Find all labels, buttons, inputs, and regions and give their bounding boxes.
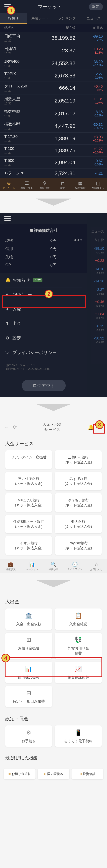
market-row[interactable]: JR指40011:30 24,552.82 -36.20+0.15% — [0, 57, 107, 70]
back-icon[interactable]: ← — [4, 424, 9, 430]
tab-news[interactable]: ニュース — [80, 13, 107, 24]
order-icon: ⇄ — [54, 181, 71, 186]
wallet-icon: 💼 — [0, 562, 22, 567]
recent-item[interactable]: ⊕投資信託 — [72, 769, 103, 779]
nav-assets[interactable]: 💼資産状況 — [0, 562, 22, 571]
bank-card[interactable]: 住信SBIネット銀行 (ネット振込入金) — [5, 515, 52, 533]
callout-1: 1 — [7, 6, 15, 15]
nav-market[interactable]: 📊マーケット — [22, 562, 43, 571]
bank-card[interactable]: リアルタイム口座振替 — [5, 451, 52, 469]
nav-list[interactable]: ☰銘柄リスト — [18, 181, 36, 190]
market-row[interactable]: T-10011:30 1,839.75 +1.27+0.07% — [0, 145, 107, 156]
transfer-card[interactable]: 📋入出金確認 — [55, 609, 102, 630]
screen-deposit-services: ← ⟳ 入金・出金 サービス 🔔 ☰ 3 入金サービス リアルタイム口座振替三菱… — [0, 418, 107, 573]
page-title: マーケット — [11, 4, 89, 10]
recent-item[interactable]: ⊕国内現物株 — [38, 769, 70, 779]
transfer-card[interactable]: ⊟特定・一般口座振替 — [5, 686, 52, 707]
arrow-down-icon — [36, 404, 71, 411]
card-icon: 📈 — [57, 665, 100, 673]
settings-card[interactable]: ⚙お手続き — [5, 725, 52, 747]
arrow-down-icon — [36, 580, 71, 587]
transfer-card[interactable]: 📈投資信託振替 — [55, 662, 102, 683]
market-row[interactable]: 指数中型11:30 2,817.12 -8.15-0.29% — [0, 107, 107, 120]
menu-icon: 🔔 — [5, 278, 12, 283]
recent-item[interactable]: ⊕お預り金振替 — [4, 769, 35, 779]
tab-indices[interactable]: 指標リ — [0, 13, 27, 24]
card-icon: 🏦 — [7, 612, 50, 620]
bottom-nav: 💼資産状況 📊マーケット 🔍銘柄検索 🕘タイムライン ☆お気に入り — [0, 559, 107, 573]
bank-card[interactable]: ゆうちょ銀行 (ネット振込入金) — [55, 493, 102, 512]
recent-row: ⊕お預り金振替⊕国内現物株⊕投資信託 — [0, 766, 107, 782]
market-row[interactable]: TOPIX11:30 2,678.53 -2.27-0.08% — [0, 70, 107, 82]
bottom-nav: ⊕マーケット ☰銘柄リスト ⚲銘柄検索 ⇄注文 ▦保有/履歴 ◫先物リスト — [0, 178, 107, 191]
section-title: 入出金 — [5, 599, 102, 605]
card-icon: 📱 — [57, 729, 100, 737]
market-row[interactable]: T-17.3011:30 1,389.19 +3.03+0.22% — [0, 132, 107, 145]
tab-fx[interactable]: 為替レート — [27, 13, 54, 24]
menu-icon: 🛡 — [5, 350, 12, 355]
settings-card[interactable]: 📱らくらく電子契約 — [55, 725, 102, 747]
menu-icon: ◈ — [5, 292, 12, 297]
market-row[interactable]: 指数小型11:30 4,447.90 -30.32-0.68% — [0, 120, 107, 132]
market-row[interactable]: 日経平均11:30 38,199.52 -89.10-0.23% — [0, 32, 107, 44]
star-icon: ☆ — [85, 562, 107, 567]
nav-futures[interactable]: ◫先物リスト — [89, 181, 107, 190]
settings-section: 設定・照会 ⚙お手続き📱らくらく電子契約 — [0, 711, 107, 751]
plus-icon: ⊕ — [44, 772, 46, 776]
callout-4: 4 — [1, 654, 10, 662]
card-icon: 📊 — [7, 665, 50, 673]
market-row[interactable]: 指数大型11:30 2,652.19 +1.84+0.07% — [0, 94, 107, 107]
column-headers: 銘柄名 現在値 前日比 — [0, 24, 107, 32]
bank-card[interactable]: auじぶん銀行 (ネット振込入金) — [5, 493, 52, 512]
reload-icon[interactable]: ⟳ — [13, 424, 17, 430]
market-row[interactable]: グロース25011:30 666.14 +0.46+0.07% — [0, 82, 107, 94]
pl-summary: 評価損益合計 現物0円0.0%信用0円先物0円OP0円 — [0, 224, 87, 273]
drawer-item[interactable]: ⬆出金 — [5, 316, 82, 331]
bank-card[interactable]: みずほ銀行 (ネット振込入金) — [55, 472, 102, 490]
card-icon: ⊞ — [7, 636, 50, 644]
page-title: 入金・出金 サービス — [17, 422, 88, 432]
arrow-down-icon — [36, 198, 71, 206]
settings-button[interactable]: 設定 — [89, 3, 103, 10]
bank-card[interactable]: 楽天銀行 (ネット振込入金) — [55, 515, 102, 533]
market-list: 日経平均11:30 38,199.52 -89.10-0.23% 日経VI11:… — [0, 32, 107, 178]
card-icon: ⚙ — [7, 729, 50, 737]
market-row[interactable]: T-ラージ70 2,724.81 -4.21 — [0, 168, 107, 178]
tab-bar: 指標リ 為替レート ランキング ニュース — [0, 13, 107, 24]
market-row[interactable]: T-50011:30 2,094.04 -0.67-0.03% — [0, 156, 107, 168]
transfer-card[interactable]: 📊国内株式振替 — [5, 662, 52, 683]
in-out-section: 入出金 🏦入金・出金依頼📋入出金確認⊞お預り金振替💱外貨お預り金 振替📊国内株式… — [0, 594, 107, 711]
drawer-item[interactable]: ◈OPビュー — [5, 287, 82, 302]
nav-search[interactable]: ⚲銘柄検索 — [36, 181, 54, 190]
transfer-card[interactable]: 🏦入金・出金依頼 — [5, 609, 52, 630]
menu-icon: ⚙ — [5, 336, 12, 341]
hamburger-icon[interactable] — [4, 216, 11, 221]
transfer-card[interactable]: ⊞お預り金振替 — [5, 632, 52, 659]
transfer-card[interactable]: 💱外貨お預り金 振替 — [55, 632, 102, 659]
bank-card[interactable]: 三井住友銀行 (ネット振込入金) — [5, 472, 52, 490]
summary-title: 評価損益合計 — [5, 228, 82, 233]
callout-2: 2 — [44, 290, 53, 298]
nav-timeline[interactable]: 🕘タイムライン — [64, 562, 85, 571]
nav-holdings[interactable]: ▦保有/履歴 — [71, 181, 89, 190]
drawer-item[interactable]: ⬇入金 — [5, 302, 82, 316]
recent-section: 最近利用した機能 — [0, 751, 107, 766]
nav-market[interactable]: ⊕マーケット — [0, 181, 18, 190]
drawer-item[interactable]: 🔔お知らせNEW — [5, 273, 82, 287]
drawer-item[interactable]: ⚙設定 — [5, 331, 82, 345]
globe-icon: ⊕ — [0, 181, 18, 186]
nav-search[interactable]: 🔍銘柄検索 — [43, 562, 64, 571]
callout-3: 3 — [95, 420, 104, 429]
drawer-item[interactable]: 🛡プライバシーポリシー — [5, 345, 82, 360]
market-row[interactable]: 日経VI11:28 23.37 +0.28-1.18% — [0, 44, 107, 57]
tab-ranking[interactable]: ランキング — [54, 13, 80, 24]
nav-fav[interactable]: ☆お気に入り — [85, 562, 107, 571]
nav-order[interactable]: ⇄注文 — [54, 181, 71, 190]
logout-button[interactable]: ログアウト — [22, 380, 66, 391]
settings-grid: ⚙お手続き📱らくらく電子契約 — [5, 725, 102, 747]
bank-card[interactable]: PayPay銀行 (ネット振込入金) — [55, 536, 102, 555]
version-info: 現在のバージョン 1.1.5 前回のログイン 2020/08/28 11:09 — [0, 360, 87, 375]
bell-icon[interactable]: 🔔 — [88, 424, 94, 430]
bank-card[interactable]: イオン銀行 (ネット振込入金) — [5, 536, 52, 555]
bank-card[interactable]: 三菱UFJ銀行 (ネット振込入金) — [55, 451, 102, 469]
